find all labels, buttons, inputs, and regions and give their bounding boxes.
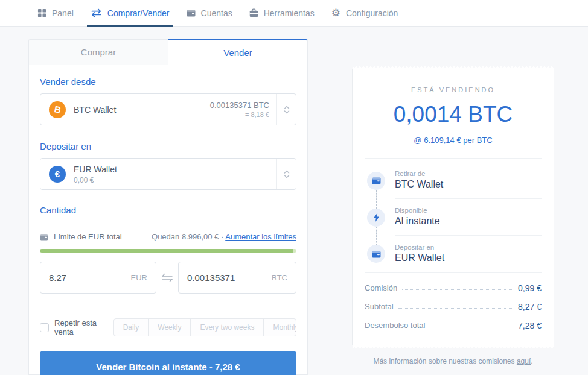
step-availability: Disponible Al instante: [365, 199, 542, 236]
nav-item-panel[interactable]: Panel: [29, 0, 82, 26]
fee-row-total: Desembolso total 7,28 €: [365, 316, 542, 335]
wallet-icon: [367, 245, 385, 263]
tab-buy[interactable]: Comprar: [28, 39, 168, 65]
nav-item-settings[interactable]: ⚙ Configuración: [323, 0, 407, 26]
tab-buy-label: Comprar: [81, 47, 116, 57]
crypto-amount-input[interactable]: [187, 273, 268, 283]
fee-subtotal-label: Subtotal: [365, 302, 394, 311]
nav-item-accounts[interactable]: Cuentas: [178, 0, 241, 26]
wallet-icon: [367, 172, 385, 190]
repeat-sale-option[interactable]: Repetir esta venta: [40, 318, 113, 336]
amount-inputs-row: EUR BTC: [40, 262, 296, 294]
nav-label-buy-sell: Comprar/Vender: [107, 8, 170, 18]
tab-sell[interactable]: Vender: [168, 39, 308, 65]
lightning-icon: [367, 209, 385, 227]
order-summary-column: ESTÁ VENDIENDO 0,0014 BTC @ 6.109,14 € p…: [352, 69, 554, 365]
limit-progress-fill: [40, 249, 293, 253]
amount-title: Cantidad: [40, 190, 296, 215]
fees-info-period: .: [531, 357, 532, 365]
summary-heading: ESTÁ VENDIENDO: [365, 86, 542, 93]
dotted-leader: [430, 327, 513, 327]
limit-progress-bar: [40, 249, 296, 253]
eur-icon: €: [49, 166, 66, 183]
dotted-leader: [402, 289, 513, 290]
step-withdraw: Retirar de BTC Wallet: [365, 162, 542, 199]
fee-subtotal-value: 8,27 €: [518, 302, 542, 312]
crypto-currency-suffix: BTC: [272, 273, 287, 282]
frequency-monthly-button[interactable]: Monthly: [263, 319, 296, 336]
nav-label-accounts: Cuentas: [201, 8, 232, 18]
repeat-sale-checkbox[interactable]: [40, 323, 49, 332]
step-withdraw-label: Retirar de: [395, 170, 542, 177]
tab-sell-label: Vender: [223, 48, 252, 58]
order-summary-panel: ESTÁ VENDIENDO 0,0014 BTC @ 6.109,14 € p…: [352, 69, 554, 345]
summary-steps: Retirar de BTC Wallet Disponible Al inst…: [365, 159, 542, 272]
wallet-icon: [40, 233, 48, 241]
nav-item-tools[interactable]: Herramientas: [241, 0, 323, 26]
limit-separator: ·: [221, 232, 223, 241]
dashboard-icon: [37, 8, 46, 17]
increase-limits-link[interactable]: Aumentar los límites: [225, 232, 296, 241]
btc-icon: B: [49, 101, 66, 118]
summary-amount: 0,0014 BTC: [365, 102, 542, 127]
nav-label-panel: Panel: [52, 8, 74, 18]
sell-from-wallet-fiat-equiv: = 8,18 €: [210, 111, 269, 118]
trade-card: Comprar Vender Vender desde B BTC Wallet…: [28, 39, 308, 375]
chevron-up-down-icon[interactable]: [276, 94, 296, 125]
limit-label: Límite de EUR total: [54, 232, 122, 241]
sell-bitcoin-button[interactable]: Vender Bitcoin al instante - 7,28 €: [40, 351, 296, 375]
limit-remaining: Quedan 8.996,00 €: [152, 232, 219, 241]
frequency-button-group: Daily Weekly Every two weeks Monthly: [113, 318, 296, 336]
sell-from-wallet-amount: 0.00135371 BTC: [210, 101, 269, 110]
fees-info-link[interactable]: aquí: [517, 357, 531, 365]
step-deposit-value: EUR Wallet: [395, 253, 542, 263]
fees-info-text: Más información sobre nuestras comisione…: [373, 357, 514, 365]
repeat-row: Repetir esta venta Daily Weekly Every tw…: [40, 318, 296, 336]
fiat-currency-suffix: EUR: [131, 273, 147, 282]
gear-icon: ⚙: [331, 8, 340, 18]
dotted-leader: [398, 308, 513, 309]
deposit-to-wallet-name: EUR Wallet: [74, 165, 117, 174]
step-availability-value: Al instante: [395, 216, 542, 227]
fees-info-note: Más información sobre nuestras comisione…: [352, 357, 554, 365]
step-availability-label: Disponible: [395, 207, 542, 214]
swap-icon[interactable]: [156, 273, 178, 282]
fee-row-subtotal: Subtotal 8,27 €: [365, 297, 542, 316]
buy-sell-page: Panel Comprar/Vender Cuentas: [0, 0, 588, 375]
limit-row: Límite de EUR total Quedan 8.996,00 € · …: [40, 232, 296, 241]
top-navigation: Panel Comprar/Vender Cuentas: [0, 0, 588, 27]
wallet-icon: [187, 9, 196, 17]
fiat-amount-field[interactable]: EUR: [40, 262, 156, 294]
frequency-biweekly-button[interactable]: Every two weeks: [190, 319, 263, 336]
summary-rate: @ 6.109,14 € per BTC: [365, 136, 542, 145]
nav-label-settings: Configuración: [346, 8, 398, 18]
step-deposit-label: Depositar en: [395, 244, 542, 251]
fee-commission-label: Comisión: [365, 283, 397, 292]
divider: [40, 224, 296, 224]
sell-from-wallet-name: BTC Wallet: [74, 105, 116, 115]
fee-row-commission: Comisión 0,99 €: [365, 279, 542, 297]
fiat-amount-input[interactable]: [49, 273, 127, 283]
sell-from-wallet-select[interactable]: B BTC Wallet 0.00135371 BTC = 8,18 €: [40, 93, 296, 125]
repeat-sale-label: Repetir esta venta: [54, 318, 113, 336]
buy-sell-icon: [91, 8, 102, 17]
sell-form: Vender desde B BTC Wallet 0.00135371 BTC…: [28, 65, 308, 375]
nav-item-buy-sell[interactable]: Comprar/Vender: [82, 0, 178, 26]
fee-breakdown: Comisión 0,99 € Subtotal 8,27 € Desembol…: [365, 272, 542, 335]
chevron-up-down-icon[interactable]: [276, 159, 296, 189]
fee-total-value: 7,28 €: [518, 321, 542, 330]
frequency-weekly-button[interactable]: Weekly: [148, 319, 190, 336]
deposit-to-title: Depositar en: [40, 125, 296, 151]
sell-from-title: Vender desde: [40, 65, 296, 87]
fee-total-label: Desembolso total: [365, 321, 425, 330]
step-deposit: Depositar en EUR Wallet: [365, 236, 542, 272]
deposit-to-wallet-select[interactable]: € EUR Wallet 0,00 €: [40, 158, 296, 190]
deposit-to-wallet-balance: 0,00 €: [74, 176, 276, 184]
briefcase-icon: [249, 8, 258, 17]
step-withdraw-value: BTC Wallet: [395, 179, 542, 190]
nav-label-tools: Herramientas: [264, 8, 315, 18]
frequency-daily-button[interactable]: Daily: [114, 319, 149, 336]
crypto-amount-field[interactable]: BTC: [178, 262, 296, 294]
fee-commission-value: 0,99 €: [518, 283, 542, 293]
trade-tabs: Comprar Vender: [28, 39, 308, 65]
